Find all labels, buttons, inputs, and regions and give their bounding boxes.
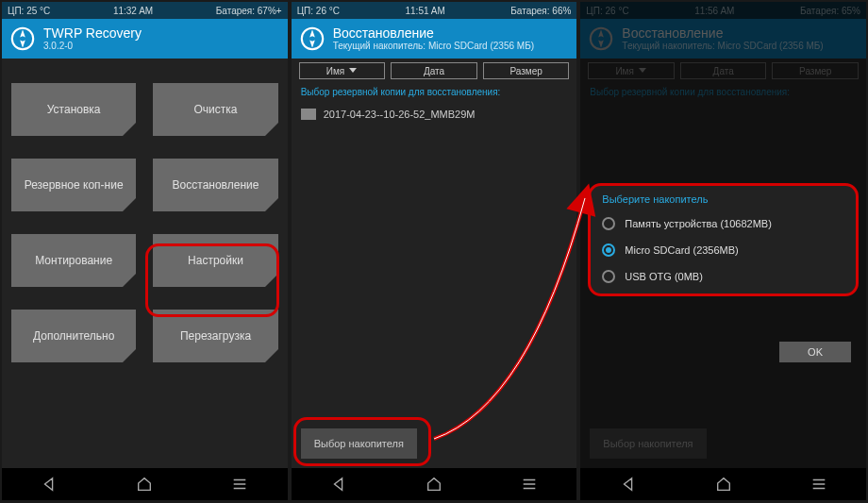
nav-recent-icon[interactable] [231,476,248,493]
storage-option-usbotg[interactable]: USB OTG (0MB) [602,263,844,290]
sort-name-label: Имя [615,66,633,76]
storage-option-label: Память устройства (10682MB) [625,218,772,229]
sort-row: Имя Дата Размер [292,59,577,85]
header-title: Восстановление [622,26,823,41]
twrp-logo-icon [9,25,36,52]
header-title: TWRP Recovery [43,26,142,41]
status-cpu: ЦП: 26 °C [297,6,340,16]
backup-file-row[interactable]: 2017-04-23--10-26-52_MMB29M [292,103,577,126]
restore-body: Имя Дата Размер Выбор резервной копии дл… [292,59,577,468]
status-cpu: ЦП: 25 °C [8,6,50,16]
storage-option-internal[interactable]: Память устройства (10682MB) [602,210,844,237]
backup-file-name: 2017-04-23--10-26-52_MMB29M [324,109,476,120]
header-subtitle: Текущий накопитель: Micro SDCard (2356 М… [333,41,534,51]
status-battery: Батарея: 66% [510,6,571,16]
tile-restore[interactable]: Восстановление [153,159,277,211]
select-storage-button: Выбор накопителя [590,428,706,459]
nav-recent-icon[interactable] [521,476,538,493]
radio-icon [602,217,615,230]
sort-date-button: Дата [680,62,767,79]
sort-size-button[interactable]: Размер [483,62,570,79]
storage-dialog: Выберите накопитель Память устройства (1… [588,183,859,296]
storage-option-sdcard[interactable]: Micro SDCard (2356MB) [602,237,844,263]
tile-install[interactable]: Установка [11,83,136,136]
status-time: 11:32 AM [113,6,153,16]
main-menu-body: Установка Очистка Резервное коп-ние Восс… [2,59,288,468]
tile-advanced[interactable]: Дополнительно [11,310,136,362]
android-navbar [292,468,577,500]
nav-home-icon[interactable] [715,476,732,493]
android-navbar [580,468,866,500]
nav-back-icon[interactable] [620,476,637,493]
sort-name-label: Имя [326,66,344,76]
statusbar: ЦП: 26 °C 11:51 AM Батарея: 66% [292,2,577,19]
restore-hint: Выбор резервной копии для восстановления… [292,85,577,103]
restore-hint: Выбор резервной копии для восстановления… [580,85,866,103]
status-time: 11:51 AM [405,6,444,16]
radio-icon [602,270,615,283]
dialog-title: Выберите накопитель [602,193,844,205]
nav-home-icon[interactable] [136,476,153,493]
status-time: 11:56 AM [694,6,734,16]
twrp-logo-icon [299,25,326,52]
nav-recent-icon[interactable] [810,476,827,493]
twrp-logo-icon [588,25,614,52]
tile-wipe[interactable]: Очистка [153,83,277,136]
screen-main-menu: ЦП: 25 °C 11:32 AM Батарея: 67%+ TWRP Re… [2,2,288,500]
app-header: TWRP Recovery 3.0.2-0 [2,19,288,59]
select-storage-button[interactable]: Выбор накопителя [301,428,417,459]
statusbar: ЦП: 25 °C 11:32 AM Батарея: 67%+ [2,2,288,19]
tile-mount[interactable]: Монтирование [11,234,136,287]
ok-button[interactable]: OK [779,342,851,362]
screen-storage-dialog: ЦП: 26 °C 11:56 AM Батарея: 65% Восстано… [580,2,866,500]
status-cpu: ЦП: 26 °C [586,6,628,16]
storage-option-label: Micro SDCard (2356MB) [625,244,738,256]
radio-icon-selected [602,243,615,257]
sort-down-icon [348,67,358,75]
sort-name-button: Имя [588,62,675,79]
sort-row: Имя Дата Размер [580,59,866,85]
sort-name-button[interactable]: Имя [299,62,386,79]
nav-back-icon[interactable] [41,476,58,493]
android-navbar [2,468,288,500]
app-header: Восстановление Текущий накопитель: Micro… [292,19,577,59]
sort-size-button: Размер [772,62,859,79]
tile-settings[interactable]: Настройки [153,234,277,287]
storage-option-label: USB OTG (0MB) [625,271,703,282]
screen-restore-list: ЦП: 26 °C 11:51 AM Батарея: 66% Восстано… [292,2,577,500]
nav-home-icon[interactable] [426,476,442,493]
sort-date-button[interactable]: Дата [391,62,477,79]
header-subtitle: Текущий накопитель: Micro SDCard (2356 М… [622,41,823,51]
tile-reboot[interactable]: Перезагрузка [153,310,277,362]
restore-body-dimmed: Имя Дата Размер Выбор резервной копии дл… [580,59,866,468]
header-title: Восстановление [333,26,534,41]
status-battery: Батарея: 67%+ [216,6,282,16]
tile-backup[interactable]: Резервное коп-ние [11,159,136,211]
app-header: Восстановление Текущий накопитель: Micro… [580,19,866,59]
nav-back-icon[interactable] [330,476,347,493]
status-battery: Батарея: 65% [800,6,860,16]
statusbar: ЦП: 26 °C 11:56 AM Батарея: 65% [580,2,866,19]
folder-icon [301,109,316,120]
sort-down-icon [638,67,647,75]
header-subtitle: 3.0.2-0 [43,41,142,51]
